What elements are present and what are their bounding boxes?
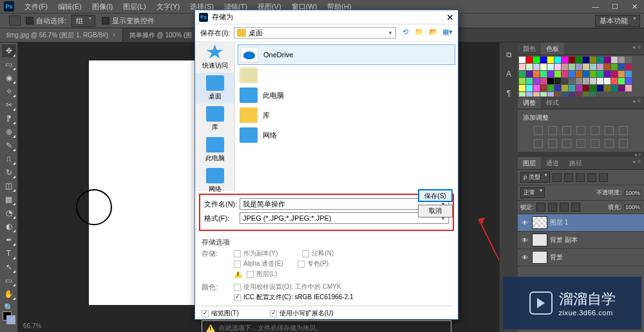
sidebar-this-pc[interactable]: 此电脑	[195, 134, 234, 165]
dodge-tool[interactable]: ◐	[2, 220, 16, 233]
path-tool[interactable]: ↖	[2, 261, 16, 273]
swatch[interactable]	[590, 92, 596, 97]
brush-tool[interactable]: ✎	[2, 139, 16, 152]
maximize-button[interactable]: ☐	[605, 1, 625, 13]
hand-tool[interactable]: ✋	[2, 288, 16, 300]
swatch[interactable]	[576, 71, 582, 77]
panel-menu-icon[interactable]: ◂ ≡	[629, 157, 644, 169]
adjust-icon[interactable]	[562, 139, 571, 148]
filter-btn[interactable]	[599, 173, 608, 182]
menu-file[interactable]: 文件(F)	[19, 0, 53, 14]
visibility-icon[interactable]: 👁	[520, 237, 529, 244]
pen-tool[interactable]: ✒	[2, 234, 16, 246]
swatch[interactable]	[576, 57, 582, 63]
swatch[interactable]	[533, 92, 540, 97]
swatch[interactable]	[547, 64, 554, 70]
swatch[interactable]	[618, 85, 625, 91]
swatch[interactable]	[590, 78, 596, 84]
swatch[interactable]	[547, 92, 554, 97]
swatch[interactable]	[625, 64, 632, 70]
swatch[interactable]	[519, 85, 526, 91]
swatch[interactable]	[618, 71, 625, 77]
swatch[interactable]	[526, 64, 533, 70]
filter-btn[interactable]	[587, 173, 596, 182]
paths-tab[interactable]: 路径	[564, 157, 587, 169]
swatch[interactable]	[554, 57, 561, 63]
up-icon[interactable]: 📁	[414, 28, 424, 38]
menu-layer[interactable]: 图层(L)	[118, 0, 151, 14]
swatch[interactable]	[526, 92, 533, 97]
swatch[interactable]	[533, 85, 540, 91]
new-folder-icon[interactable]: 📂	[428, 28, 439, 38]
swatch[interactable]	[554, 92, 561, 97]
menu-type[interactable]: 文字(Y)	[151, 0, 185, 14]
dialog-close-button[interactable]: ✕	[446, 12, 454, 23]
sidebar-library[interactable]: 库	[195, 104, 234, 134]
swatch[interactable]	[562, 92, 568, 97]
cancel-button[interactable]: 取消	[418, 205, 453, 217]
swatch[interactable]	[554, 78, 561, 84]
swatch[interactable]	[625, 85, 632, 91]
heal-tool[interactable]: ⊕	[2, 125, 16, 138]
swatch[interactable]	[604, 71, 611, 77]
swatch[interactable]	[597, 78, 603, 84]
swatch[interactable]	[611, 71, 618, 77]
swatch[interactable]	[625, 57, 632, 63]
visibility-icon[interactable]: 👁	[520, 219, 529, 226]
lowercase-checkbox[interactable]: ✓	[270, 310, 277, 317]
swatch[interactable]	[625, 78, 632, 84]
auto-select-checkbox[interactable]	[26, 17, 33, 24]
swatch[interactable]	[519, 64, 526, 70]
visibility-icon[interactable]: 👁	[520, 254, 529, 261]
adjust-icon[interactable]	[619, 139, 628, 148]
adjust-icon[interactable]	[548, 126, 557, 135]
swatch[interactable]	[618, 64, 625, 70]
swatches-tab[interactable]: 色板	[541, 42, 564, 55]
swatch[interactable]	[590, 57, 596, 63]
swatch[interactable]	[597, 71, 603, 77]
styles-tab[interactable]: 样式	[541, 97, 564, 109]
file-item-this-pc[interactable]: 此电脑	[238, 86, 455, 105]
swatch[interactable]	[569, 85, 575, 91]
menu-image[interactable]: 图像(I)	[87, 0, 118, 14]
adjust-icon[interactable]	[576, 139, 585, 148]
swatch[interactable]	[562, 85, 568, 91]
swatch[interactable]	[583, 92, 589, 97]
swatch[interactable]	[526, 85, 533, 91]
background-color[interactable]	[6, 315, 15, 324]
swatch[interactable]	[583, 71, 589, 77]
file-item-library[interactable]: 库	[238, 106, 455, 125]
panel-menu-icon[interactable]: ◂ ≡	[629, 42, 644, 55]
auto-select-target[interactable]: 组	[71, 15, 95, 27]
adjust-icon[interactable]	[605, 139, 614, 148]
swatch[interactable]	[625, 71, 632, 77]
paragraph-panel-icon[interactable]: ¶	[502, 89, 515, 102]
adjust-icon[interactable]	[562, 126, 571, 135]
swatch[interactable]	[519, 92, 526, 97]
swatch[interactable]	[590, 64, 596, 70]
swatch[interactable]	[576, 92, 582, 97]
swatch[interactable]	[604, 64, 611, 70]
swatch[interactable]	[533, 78, 540, 84]
swatch[interactable]	[540, 64, 547, 70]
adjust-icon[interactable]	[605, 126, 614, 135]
layer-row[interactable]: 👁 图层 1	[518, 214, 644, 232]
swatch[interactable]	[519, 78, 526, 84]
swatch[interactable]	[562, 57, 568, 63]
sidebar-quick-access[interactable]: 快速访问	[195, 42, 234, 73]
shape-tool[interactable]: ▭	[2, 274, 16, 287]
transform-checkbox[interactable]	[102, 17, 109, 24]
move-tool[interactable]: ✥	[2, 44, 16, 57]
eraser-tool[interactable]: ◫	[2, 180, 16, 192]
channels-tab[interactable]: 通道	[541, 157, 564, 169]
swatch[interactable]	[547, 71, 554, 77]
sidebar-desktop[interactable]: 桌面	[195, 73, 234, 104]
swatch[interactable]	[569, 64, 575, 70]
swatch[interactable]	[554, 85, 561, 91]
swatch[interactable]	[569, 92, 575, 97]
swatch[interactable]	[590, 71, 596, 77]
swatch[interactable]	[611, 64, 618, 70]
swatch[interactable]	[547, 78, 554, 84]
swatch[interactable]	[569, 78, 575, 84]
layer-filter-dropdown[interactable]: ρ 类型	[520, 172, 550, 183]
